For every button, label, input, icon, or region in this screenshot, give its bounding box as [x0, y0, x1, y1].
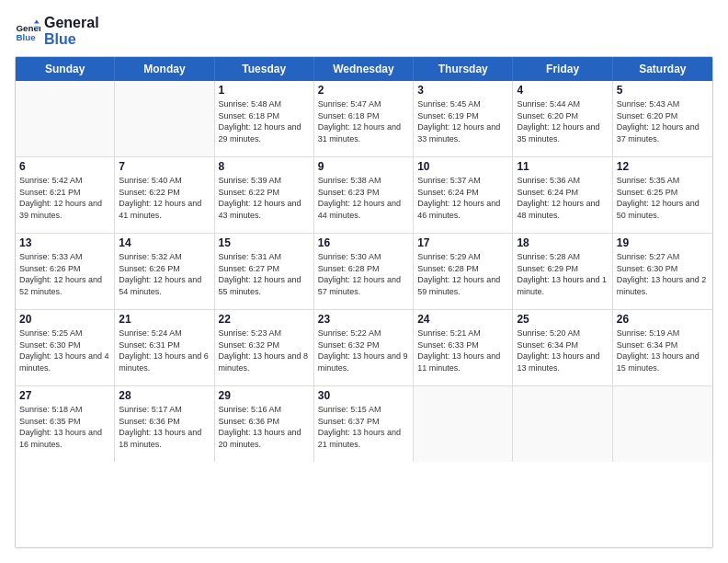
day-number: 12 [617, 160, 709, 173]
svg-marker-2 [34, 19, 40, 23]
day-info: Sunrise: 5:38 AMSunset: 6:23 PMDaylight:… [318, 175, 409, 221]
day-number: 5 [617, 84, 709, 97]
day-cell-18: 18Sunrise: 5:28 AMSunset: 6:29 PMDayligh… [513, 234, 612, 309]
day-info: Sunrise: 5:36 AMSunset: 6:24 PMDaylight:… [517, 175, 608, 221]
day-cell-19: 19Sunrise: 5:27 AMSunset: 6:30 PMDayligh… [613, 234, 712, 309]
day-info: Sunrise: 5:40 AMSunset: 6:22 PMDaylight:… [119, 175, 210, 221]
day-info: Sunrise: 5:18 AMSunset: 6:35 PMDaylight:… [19, 404, 110, 450]
day-cell-29: 29Sunrise: 5:16 AMSunset: 6:36 PMDayligh… [215, 386, 314, 462]
day-info: Sunrise: 5:15 AMSunset: 6:37 PMDaylight:… [318, 404, 409, 450]
calendar-header: SundayMondayTuesdayWednesdayThursdayFrid… [16, 57, 712, 81]
day-cell-27: 27Sunrise: 5:18 AMSunset: 6:35 PMDayligh… [16, 386, 115, 462]
day-info: Sunrise: 5:33 AMSunset: 6:26 PMDaylight:… [19, 251, 110, 297]
logo-line1: General [44, 15, 99, 31]
calendar-week-5: 27Sunrise: 5:18 AMSunset: 6:35 PMDayligh… [16, 386, 712, 462]
header-cell-tuesday: Tuesday [215, 57, 314, 81]
empty-cell [16, 81, 115, 156]
day-cell-28: 28Sunrise: 5:17 AMSunset: 6:36 PMDayligh… [115, 386, 214, 462]
day-number: 17 [417, 236, 508, 249]
day-number: 11 [517, 160, 608, 173]
header-cell-monday: Monday [115, 57, 214, 81]
day-number: 18 [517, 236, 608, 249]
day-cell-21: 21Sunrise: 5:24 AMSunset: 6:31 PMDayligh… [115, 310, 214, 385]
day-info: Sunrise: 5:35 AMSunset: 6:25 PMDaylight:… [617, 175, 709, 221]
day-number: 6 [19, 160, 110, 173]
day-number: 1 [219, 84, 310, 97]
day-cell-8: 8Sunrise: 5:39 AMSunset: 6:22 PMDaylight… [215, 157, 314, 233]
day-number: 7 [119, 160, 210, 173]
day-number: 20 [19, 313, 110, 326]
day-cell-20: 20Sunrise: 5:25 AMSunset: 6:30 PMDayligh… [16, 310, 115, 385]
day-cell-5: 5Sunrise: 5:43 AMSunset: 6:20 PMDaylight… [613, 81, 712, 156]
day-info: Sunrise: 5:24 AMSunset: 6:31 PMDaylight:… [119, 327, 210, 373]
day-cell-6: 6Sunrise: 5:42 AMSunset: 6:21 PMDaylight… [16, 157, 115, 233]
day-info: Sunrise: 5:32 AMSunset: 6:26 PMDaylight:… [119, 251, 210, 297]
day-info: Sunrise: 5:17 AMSunset: 6:36 PMDaylight:… [119, 404, 210, 450]
day-cell-13: 13Sunrise: 5:33 AMSunset: 6:26 PMDayligh… [16, 234, 115, 309]
day-cell-15: 15Sunrise: 5:31 AMSunset: 6:27 PMDayligh… [215, 234, 314, 309]
day-cell-3: 3Sunrise: 5:45 AMSunset: 6:19 PMDaylight… [414, 81, 513, 156]
calendar-week-1: 1Sunrise: 5:48 AMSunset: 6:18 PMDaylight… [16, 81, 712, 157]
day-info: Sunrise: 5:27 AMSunset: 6:30 PMDaylight:… [617, 251, 709, 297]
day-info: Sunrise: 5:37 AMSunset: 6:24 PMDaylight:… [417, 175, 508, 221]
day-cell-1: 1Sunrise: 5:48 AMSunset: 6:18 PMDaylight… [215, 81, 314, 156]
day-cell-12: 12Sunrise: 5:35 AMSunset: 6:25 PMDayligh… [613, 157, 712, 233]
day-info: Sunrise: 5:23 AMSunset: 6:32 PMDaylight:… [219, 327, 310, 373]
day-number: 21 [119, 313, 210, 326]
header-cell-friday: Friday [513, 57, 612, 81]
logo-icon: General Blue [15, 18, 40, 44]
day-number: 4 [517, 84, 608, 97]
day-number: 8 [219, 160, 310, 173]
day-number: 27 [19, 389, 110, 402]
empty-cell [613, 386, 712, 462]
day-cell-25: 25Sunrise: 5:20 AMSunset: 6:34 PMDayligh… [513, 310, 612, 385]
day-info: Sunrise: 5:29 AMSunset: 6:28 PMDaylight:… [417, 251, 508, 297]
day-info: Sunrise: 5:31 AMSunset: 6:27 PMDaylight:… [219, 251, 310, 297]
calendar-week-2: 6Sunrise: 5:42 AMSunset: 6:21 PMDaylight… [16, 157, 712, 234]
day-info: Sunrise: 5:44 AMSunset: 6:20 PMDaylight:… [517, 98, 608, 144]
day-cell-17: 17Sunrise: 5:29 AMSunset: 6:28 PMDayligh… [414, 234, 513, 309]
day-info: Sunrise: 5:20 AMSunset: 6:34 PMDaylight:… [517, 327, 608, 373]
day-info: Sunrise: 5:21 AMSunset: 6:33 PMDaylight:… [417, 327, 508, 373]
day-cell-11: 11Sunrise: 5:36 AMSunset: 6:24 PMDayligh… [513, 157, 612, 233]
day-info: Sunrise: 5:42 AMSunset: 6:21 PMDaylight:… [19, 175, 110, 221]
day-cell-2: 2Sunrise: 5:47 AMSunset: 6:18 PMDaylight… [314, 81, 414, 156]
day-number: 24 [417, 313, 508, 326]
logo: General Blue General Blue [15, 15, 99, 47]
day-cell-4: 4Sunrise: 5:44 AMSunset: 6:20 PMDaylight… [513, 81, 612, 156]
day-number: 19 [617, 236, 709, 249]
day-number: 26 [617, 313, 709, 326]
day-number: 10 [417, 160, 508, 173]
day-info: Sunrise: 5:47 AMSunset: 6:18 PMDaylight:… [318, 98, 409, 144]
day-cell-30: 30Sunrise: 5:15 AMSunset: 6:37 PMDayligh… [314, 386, 414, 462]
header-cell-thursday: Thursday [414, 57, 513, 81]
page-header: General Blue General Blue [15, 15, 713, 47]
day-number: 22 [219, 313, 310, 326]
day-info: Sunrise: 5:22 AMSunset: 6:32 PMDaylight:… [318, 327, 409, 373]
calendar-body: 1Sunrise: 5:48 AMSunset: 6:18 PMDaylight… [16, 81, 712, 462]
day-cell-23: 23Sunrise: 5:22 AMSunset: 6:32 PMDayligh… [314, 310, 414, 385]
svg-text:Blue: Blue [16, 31, 36, 41]
day-number: 14 [119, 236, 210, 249]
day-number: 30 [318, 389, 409, 402]
day-number: 9 [318, 160, 409, 173]
day-number: 28 [119, 389, 210, 402]
logo-line2: Blue [44, 31, 99, 48]
day-info: Sunrise: 5:48 AMSunset: 6:18 PMDaylight:… [219, 98, 310, 144]
day-number: 2 [318, 84, 409, 97]
day-number: 25 [517, 313, 608, 326]
day-info: Sunrise: 5:39 AMSunset: 6:22 PMDaylight:… [219, 175, 310, 221]
calendar: SundayMondayTuesdayWednesdayThursdayFrid… [15, 56, 713, 548]
empty-cell [513, 386, 612, 462]
header-cell-saturday: Saturday [613, 57, 712, 81]
day-info: Sunrise: 5:19 AMSunset: 6:34 PMDaylight:… [617, 327, 709, 373]
day-number: 23 [318, 313, 409, 326]
day-number: 13 [19, 236, 110, 249]
day-cell-7: 7Sunrise: 5:40 AMSunset: 6:22 PMDaylight… [115, 157, 214, 233]
day-cell-22: 22Sunrise: 5:23 AMSunset: 6:32 PMDayligh… [215, 310, 314, 385]
day-cell-24: 24Sunrise: 5:21 AMSunset: 6:33 PMDayligh… [414, 310, 513, 385]
day-info: Sunrise: 5:45 AMSunset: 6:19 PMDaylight:… [417, 98, 508, 144]
day-info: Sunrise: 5:43 AMSunset: 6:20 PMDaylight:… [617, 98, 709, 144]
day-info: Sunrise: 5:28 AMSunset: 6:29 PMDaylight:… [517, 251, 608, 297]
calendar-week-4: 20Sunrise: 5:25 AMSunset: 6:30 PMDayligh… [16, 310, 712, 386]
